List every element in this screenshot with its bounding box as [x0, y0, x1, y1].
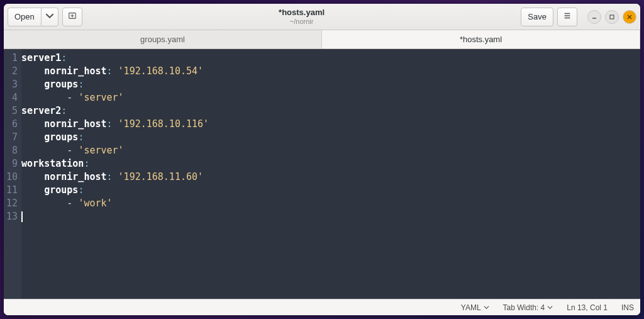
status-tab-width[interactable]: Tab Width: 4: [503, 303, 553, 312]
title-path: ~/nornir: [86, 18, 518, 25]
status-language-label: YAML: [461, 303, 481, 312]
maximize-icon: [609, 11, 615, 23]
status-insert-mode[interactable]: INS: [621, 303, 634, 312]
window-close-button[interactable]: [623, 10, 636, 24]
new-tab-icon: [68, 11, 77, 22]
open-label: Open: [14, 12, 35, 21]
save-label: Save: [528, 12, 547, 21]
status-position-label: Ln 13, Col 1: [567, 303, 608, 312]
tab-close-button[interactable]: [623, 35, 633, 45]
tab-close-button[interactable]: [305, 35, 315, 45]
new-document-button[interactable]: [62, 8, 82, 26]
title-filename: *hosts.yaml: [86, 8, 518, 17]
status-cursor-position[interactable]: Ln 13, Col 1: [567, 303, 608, 312]
hamburger-icon: [563, 11, 572, 22]
tab-label: groups.yaml: [140, 35, 185, 44]
titlebar: Open *hosts.yaml ~/nornir Save: [4, 4, 640, 30]
close-icon: [626, 11, 633, 23]
chevron-down-icon: [484, 303, 489, 312]
status-language[interactable]: YAML: [461, 303, 489, 312]
open-button-group: Open: [8, 8, 58, 26]
open-recent-dropdown[interactable]: [41, 8, 58, 26]
status-insert-label: INS: [621, 303, 634, 312]
code-content[interactable]: server1: nornir_host: '192.168.10.54' gr…: [21, 49, 209, 299]
tab-label: *hosts.yaml: [460, 35, 502, 44]
tab-groups-yaml[interactable]: groups.yaml: [4, 30, 322, 48]
status-tab-width-label: Tab Width: 4: [503, 303, 545, 312]
window-minimize-button[interactable]: [587, 10, 601, 24]
window-title: *hosts.yaml ~/nornir: [86, 8, 518, 25]
minimize-icon: [591, 11, 597, 23]
editor-window: Open *hosts.yaml ~/nornir Save: [4, 4, 640, 315]
chevron-down-icon: [547, 303, 553, 312]
line-number-gutter: 12345678910111213: [4, 49, 21, 299]
save-button[interactable]: Save: [521, 8, 553, 26]
svg-rect-1: [610, 15, 614, 19]
tab-bar: groups.yaml *hosts.yaml: [4, 30, 640, 49]
window-maximize-button[interactable]: [605, 10, 619, 24]
chevron-down-icon: [45, 11, 54, 22]
editor-area[interactable]: 12345678910111213 server1: nornir_host: …: [4, 49, 640, 299]
status-bar: YAML Tab Width: 4 Ln 13, Col 1 INS: [4, 299, 640, 315]
open-button[interactable]: Open: [8, 8, 41, 26]
tab-hosts-yaml[interactable]: *hosts.yaml: [322, 30, 640, 48]
hamburger-menu-button[interactable]: [557, 8, 577, 26]
